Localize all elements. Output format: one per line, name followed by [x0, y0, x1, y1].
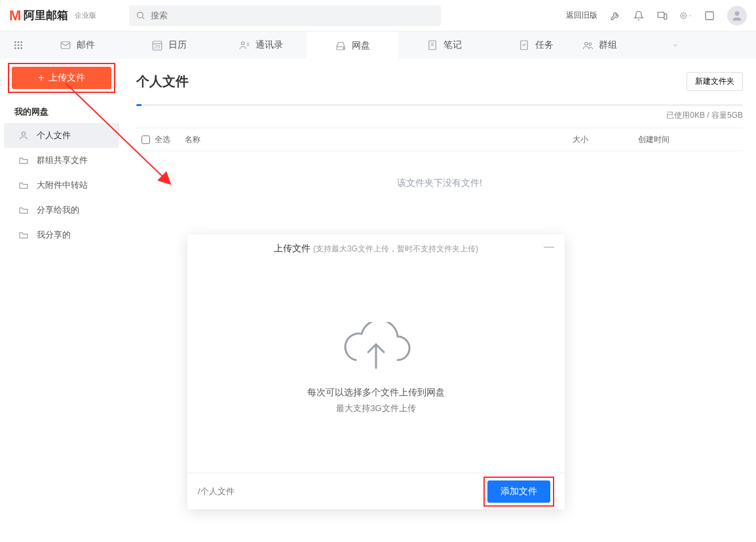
annotation-highlight-upload: + 上传文件 — [8, 63, 115, 93]
sidebar-item-label: 群组共享文件 — [37, 154, 88, 166]
tab-label: 网盘 — [352, 40, 370, 52]
svg-point-7 — [14, 41, 16, 43]
quota-bar-fill — [136, 104, 142, 106]
modal-header: 上传文件 (支持最大3G文件上传，暂时不支持文件夹上传) — — [187, 234, 565, 263]
folder-transfer-icon — [18, 180, 29, 190]
file-table-header: 全选 名称 大小 创建时间 — [136, 128, 743, 151]
app-header: M 阿里邮箱 企业版 返回旧版 — [0, 0, 756, 31]
storage-quota: 已使用0KB / 容量5GB — [136, 104, 743, 121]
svg-point-23 — [343, 48, 345, 49]
svg-point-28 — [585, 43, 588, 46]
svg-point-10 — [14, 45, 16, 46]
logo-mark: M — [9, 7, 21, 24]
svg-point-6 — [735, 11, 740, 16]
folder-in-icon — [18, 205, 29, 215]
modal-body[interactable]: 每次可以选择多个文件上传到网盘 最大支持3G文件上传 — [187, 263, 565, 473]
svg-point-15 — [20, 47, 22, 49]
sidebar-item-label: 我分享的 — [37, 229, 71, 241]
svg-rect-5 — [706, 12, 713, 20]
header-actions: 返回旧版 — [566, 6, 747, 26]
modal-title: 上传文件 — [274, 243, 311, 255]
user-avatar[interactable] — [727, 6, 747, 26]
sidebar-section-title: 我的网盘 — [0, 97, 123, 123]
folder-share-icon — [18, 155, 29, 166]
svg-point-19 — [242, 42, 245, 45]
bell-icon[interactable] — [633, 10, 645, 22]
svg-rect-16 — [61, 42, 70, 49]
plus-icon: + — [38, 73, 44, 82]
annotation-highlight-addfile: 添加文件 — [483, 477, 554, 507]
tab-label: 通讯录 — [255, 39, 283, 51]
sidebar-item-label: 分享给我的 — [37, 204, 79, 216]
search-input[interactable] — [151, 10, 434, 20]
devices-icon[interactable] — [656, 10, 668, 22]
gear-icon[interactable] — [680, 10, 692, 22]
folder-out-icon — [18, 230, 29, 240]
modal-hint-line1: 每次可以选择多个文件上传到网盘 — [307, 387, 445, 399]
tasks-icon — [518, 39, 530, 51]
svg-point-29 — [589, 43, 592, 46]
sidebar-item-personal-files[interactable]: 个人文件 — [4, 123, 119, 148]
calendar-icon: 25 — [151, 39, 163, 51]
tab-mail[interactable]: 邮件 — [31, 31, 123, 59]
column-select-all[interactable]: 全选 — [155, 134, 185, 145]
tab-label: 群组 — [599, 39, 617, 51]
upload-target-path: /个人文件 — [198, 486, 235, 497]
wrench-icon[interactable] — [609, 10, 621, 22]
tab-groups[interactable]: 群组 — [582, 31, 687, 59]
sidebar-item-large-attachment[interactable]: 大附件中转站 — [4, 173, 119, 198]
sidebar: + 上传文件 我的网盘 个人文件 群组共享文件 大附件中转站 分享给我的 我分享… — [0, 59, 123, 542]
brand-edition: 企业版 — [75, 10, 96, 20]
group-icon — [582, 39, 594, 51]
tab-notes[interactable]: 笔记 — [398, 31, 490, 59]
mail-icon — [60, 39, 71, 51]
contacts-icon — [238, 39, 250, 51]
tab-contacts[interactable]: 通讯录 — [215, 31, 307, 59]
expand-icon[interactable] — [704, 10, 715, 22]
column-created-time[interactable]: 创建时间 — [638, 134, 743, 145]
apps-grid-icon[interactable] — [5, 31, 31, 59]
svg-point-0 — [138, 12, 143, 18]
sidebar-item-label: 大附件中转站 — [37, 179, 88, 191]
sidebar-item-i-shared[interactable]: 我分享的 — [4, 223, 119, 247]
notes-icon — [426, 39, 438, 51]
column-size[interactable]: 大小 — [573, 134, 638, 145]
modal-footer: /个人文件 添加文件 — [187, 473, 565, 509]
modal-subtitle: (支持最大3G文件上传，暂时不支持文件夹上传) — [313, 244, 478, 255]
select-all-checkbox[interactable] — [142, 136, 150, 144]
upload-btn-label: 上传文件 — [48, 72, 85, 84]
tab-label: 任务 — [535, 39, 554, 51]
new-folder-button[interactable]: 新建文件夹 — [687, 72, 743, 91]
tab-tasks[interactable]: 任务 — [490, 31, 582, 59]
sidebar-item-shared-to-me[interactable]: 分享给我的 — [4, 198, 119, 223]
search-input-wrap[interactable] — [129, 5, 441, 26]
svg-point-14 — [18, 47, 20, 49]
empty-folder-text: 该文件夹下没有文件! — [136, 151, 743, 189]
svg-rect-2 — [658, 12, 664, 17]
sidebar-item-label: 个人文件 — [37, 130, 71, 141]
tab-label: 邮件 — [77, 39, 95, 51]
quota-bar — [136, 104, 743, 106]
quota-text: 已使用0KB / 容量5GB — [136, 110, 743, 121]
minimize-icon[interactable]: — — [544, 244, 554, 250]
brand-name: 阿里邮箱 — [24, 8, 68, 23]
chevron-down-icon[interactable] — [672, 40, 679, 50]
search-icon — [136, 10, 145, 20]
svg-point-30 — [22, 132, 25, 136]
svg-point-13 — [14, 47, 16, 49]
svg-point-12 — [20, 45, 22, 46]
back-old-version-link[interactable]: 返回旧版 — [566, 10, 597, 21]
tab-label: 笔记 — [444, 39, 462, 51]
svg-point-8 — [18, 41, 20, 43]
svg-rect-3 — [664, 14, 667, 19]
tab-calendar[interactable]: 25 日历 — [123, 31, 215, 59]
add-file-button[interactable]: 添加文件 — [487, 480, 550, 503]
tab-disk[interactable]: 网盘 — [307, 31, 398, 59]
brand-logo: M 阿里邮箱 企业版 — [9, 7, 96, 24]
tab-label: 日历 — [168, 39, 187, 51]
column-name[interactable]: 名称 — [185, 134, 573, 145]
svg-point-9 — [20, 41, 22, 43]
upload-file-button[interactable]: + 上传文件 — [12, 67, 111, 89]
sidebar-item-group-share[interactable]: 群组共享文件 — [4, 148, 119, 173]
nav-tabs: 邮件 25 日历 通讯录 网盘 笔记 任务 群组 — [0, 31, 756, 59]
